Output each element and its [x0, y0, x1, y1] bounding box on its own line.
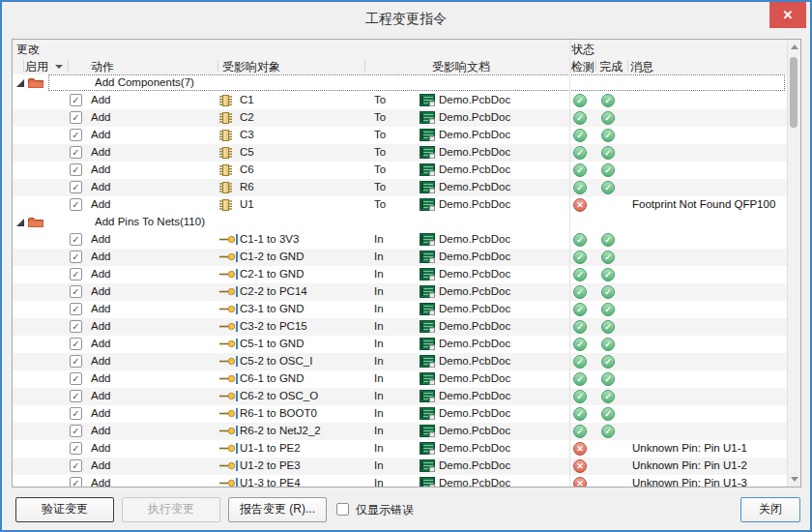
row-enable-checkbox[interactable]: ✓ — [70, 181, 82, 193]
affected-document-cell: Demo.PcbDoc — [439, 372, 510, 384]
row-enable-checkbox[interactable]: ✓ — [70, 111, 82, 124]
direction-cell: In — [374, 477, 384, 487]
row-enable-checkbox[interactable]: ✓ — [70, 407, 82, 420]
pcbdoc-icon — [420, 477, 435, 487]
table-row[interactable]: ✓AddC2-1 to GNDInDemo.PcbDoc✓✓ — [13, 266, 788, 283]
pcbdoc-icon — [420, 163, 435, 178]
group-row[interactable]: Add Pins To Nets(110) — [13, 214, 788, 231]
pin-icon — [219, 338, 239, 352]
affected-document-cell: Demo.PcbDoc — [439, 251, 510, 262]
table-row[interactable]: ✓AddC3-1 to GNDInDemo.PcbDoc✓✓ — [13, 301, 788, 318]
row-enable-checkbox[interactable]: ✓ — [70, 303, 82, 315]
only-show-errors-checkbox[interactable] — [336, 503, 349, 516]
scroll-down-icon[interactable] — [791, 477, 798, 482]
table-row[interactable]: ✓AddC3ToDemo.PcbDoc✓✓ — [13, 127, 788, 144]
table-rows: Add Components(7)✓AddC1ToDemo.PcbDoc✓✓✓A… — [13, 74, 788, 487]
action-cell: Add — [91, 163, 110, 175]
row-enable-checkbox[interactable]: ✓ — [70, 251, 82, 263]
table-row[interactable]: ✓AddC1-1 to 3V3InDemo.PcbDoc✓✓ — [13, 231, 788, 249]
group-row[interactable]: Add Components(7) — [13, 74, 788, 92]
table-row[interactable]: ✓AddC2ToDemo.PcbDoc✓✓ — [13, 109, 788, 127]
status-ok-icon: ✓ — [573, 338, 587, 351]
expand-triangle-icon[interactable] — [16, 219, 24, 226]
status-ok-icon: ✓ — [573, 268, 587, 281]
table-row[interactable]: ✓AddU1ToDemo.PcbDoc✕Footprint Not Found … — [13, 196, 788, 214]
table-row[interactable]: ✓AddU1-1 to PE2InDemo.PcbDoc✕Unknown Pin… — [13, 440, 788, 458]
row-enable-checkbox[interactable]: ✓ — [70, 425, 82, 437]
affected-object-cell: C1-2 to GND — [240, 251, 304, 262]
status-ok-icon: ✓ — [601, 111, 615, 125]
report-changes-button[interactable]: 报告变更 (R)... — [228, 497, 327, 522]
table-row[interactable]: ✓AddR6-1 to BOOT0InDemo.PcbDoc✓✓ — [13, 405, 788, 423]
table-row[interactable]: ✓AddC5-1 to GNDInDemo.PcbDoc✓✓ — [13, 336, 788, 353]
col-done-header[interactable]: 完成 — [599, 59, 623, 75]
table-row[interactable]: ✓AddC6-2 to OSC_OInDemo.PcbDoc✓✓ — [13, 388, 788, 405]
expand-triangle-icon[interactable] — [16, 79, 24, 87]
col-document-header[interactable]: 受影响文档 — [432, 59, 490, 75]
scrollbar-thumb[interactable] — [790, 57, 798, 128]
status-ok-icon: ✓ — [573, 372, 587, 386]
pin-icon — [219, 285, 239, 300]
table-row[interactable]: ✓AddC2-2 to PC14InDemo.PcbDoc✓✓ — [13, 283, 788, 301]
row-enable-checkbox[interactable]: ✓ — [70, 320, 82, 333]
table-row[interactable]: ✓AddU1-3 to PE4InDemo.PcbDoc✕Unknown Pin… — [13, 475, 788, 487]
col-check-header[interactable]: 检测 — [571, 59, 594, 75]
row-enable-checkbox[interactable]: ✓ — [70, 477, 82, 487]
table-row[interactable]: ✓AddC6ToDemo.PcbDoc✓✓ — [13, 162, 788, 179]
status-ok-icon: ✓ — [601, 181, 615, 194]
affected-object-cell: R6-1 to BOOT0 — [240, 407, 317, 419]
pcbdoc-icon — [420, 285, 435, 300]
message-cell: Unknown Pin: Pin U1-1 — [632, 442, 747, 454]
pin-icon — [219, 390, 239, 404]
row-enable-checkbox[interactable]: ✓ — [70, 390, 82, 402]
scroll-up-icon[interactable] — [791, 44, 798, 49]
table-row[interactable]: ✓AddC1ToDemo.PcbDoc✓✓ — [13, 92, 788, 109]
vertical-scrollbar[interactable] — [787, 40, 800, 487]
affected-document-cell: Demo.PcbDoc — [439, 233, 510, 245]
table-row[interactable]: ✓AddC1-2 to GNDInDemo.PcbDoc✓✓ — [13, 249, 788, 266]
execute-changes-button[interactable]: 执行变更 — [122, 497, 220, 522]
validate-changes-button[interactable]: 验证变更 — [15, 497, 114, 522]
action-cell: Add — [91, 320, 110, 332]
status-ok-icon: ✓ — [601, 129, 615, 142]
row-enable-checkbox[interactable]: ✓ — [70, 198, 82, 211]
row-enable-checkbox[interactable]: ✓ — [70, 442, 82, 455]
column-separator — [627, 60, 628, 72]
column-separator — [23, 60, 24, 72]
table-row[interactable]: ✓AddC5-2 to OSC_IInDemo.PcbDoc✓✓ — [13, 353, 788, 370]
col-enable-header[interactable]: 启用 — [25, 59, 48, 75]
sort-down-icon[interactable] — [55, 65, 63, 69]
col-object-header[interactable]: 受影响对象 — [222, 59, 280, 75]
row-enable-checkbox[interactable]: ✓ — [70, 285, 82, 298]
table-row[interactable]: ✓AddC6-1 to GNDInDemo.PcbDoc✓✓ — [13, 370, 788, 388]
row-enable-checkbox[interactable]: ✓ — [70, 355, 82, 368]
row-enable-checkbox[interactable]: ✓ — [70, 338, 82, 350]
col-message-header[interactable]: 消息 — [630, 59, 653, 75]
table-row[interactable]: ✓AddR6ToDemo.PcbDoc✓✓ — [13, 179, 788, 196]
affected-document-cell: Demo.PcbDoc — [439, 442, 510, 454]
affected-object-cell: C1-1 to 3V3 — [240, 233, 299, 245]
status-ok-icon: ✓ — [573, 146, 587, 160]
row-enable-checkbox[interactable]: ✓ — [70, 129, 82, 141]
pin-icon — [219, 355, 239, 369]
close-icon[interactable]: ✕ — [769, 2, 806, 28]
table-row[interactable]: ✓AddC3-2 to PC15InDemo.PcbDoc✓✓ — [13, 318, 788, 336]
row-enable-checkbox[interactable]: ✓ — [70, 94, 82, 106]
close-button[interactable]: 关闭 — [740, 497, 800, 522]
table-row[interactable]: ✓AddU1-2 to PE3InDemo.PcbDoc✕Unknown Pin… — [13, 458, 788, 475]
row-enable-checkbox[interactable]: ✓ — [70, 459, 82, 472]
row-enable-checkbox[interactable]: ✓ — [70, 268, 82, 281]
direction-cell: To — [374, 146, 386, 158]
row-enable-checkbox[interactable]: ✓ — [70, 372, 82, 385]
direction-cell: In — [374, 251, 384, 262]
row-enable-checkbox[interactable]: ✓ — [70, 146, 82, 159]
row-enable-checkbox[interactable]: ✓ — [70, 163, 82, 176]
action-cell: Add — [91, 251, 110, 262]
status-ok-icon: ✓ — [601, 303, 615, 316]
table-row[interactable]: ✓AddR6-2 to NetJ2_2InDemo.PcbDoc✓✓ — [13, 423, 788, 440]
table-row[interactable]: ✓AddC5ToDemo.PcbDoc✓✓ — [13, 144, 788, 162]
action-cell: Add — [91, 425, 110, 436]
pin-icon — [219, 251, 239, 265]
row-enable-checkbox[interactable]: ✓ — [70, 233, 82, 246]
col-action-header[interactable]: 动作 — [91, 59, 114, 75]
